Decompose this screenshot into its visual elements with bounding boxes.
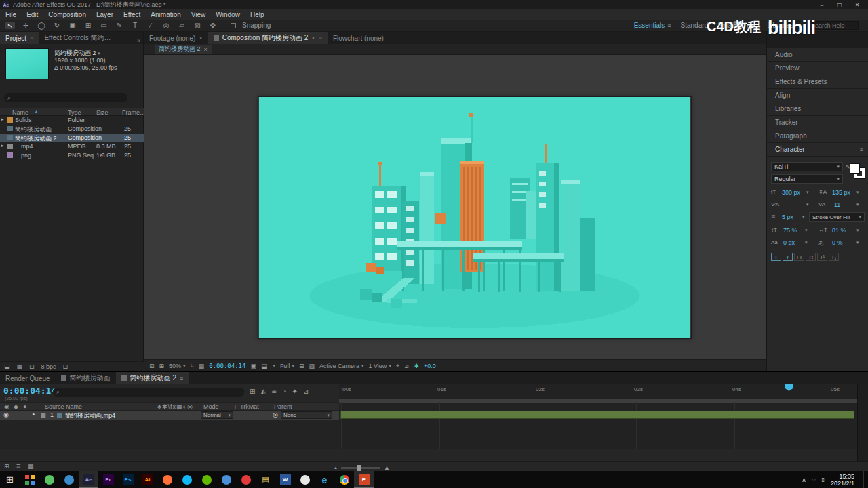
column-source-name[interactable]: Source Name: [45, 403, 82, 410]
taskbar-icon-illustrator[interactable]: Ai: [138, 471, 157, 488]
selection-tool-icon[interactable]: ↖: [5, 22, 15, 29]
taskbar-icon-file-explorer[interactable]: ▤: [256, 471, 275, 488]
rulers-icon[interactable]: ⌗: [191, 362, 194, 369]
fill-color-swatch[interactable]: [850, 163, 860, 174]
column-mode[interactable]: Mode: [203, 403, 219, 410]
menu-file[interactable]: File: [5, 11, 16, 18]
tracking-value[interactable]: -11: [832, 201, 840, 208]
start-button[interactable]: ⊞: [0, 471, 20, 488]
pen-tool-icon[interactable]: ✎: [115, 22, 124, 29]
playhead-line[interactable]: [789, 384, 789, 449]
brush-tool-icon[interactable]: ∕: [146, 22, 155, 29]
resolution-dropdown[interactable]: Full ▾: [280, 363, 294, 369]
toggle-in-out-icon[interactable]: ▦: [28, 463, 34, 470]
layer-mode-dropdown[interactable]: Normal ▾: [201, 411, 233, 419]
current-time-display[interactable]: 0:00:04:14: [3, 386, 56, 396]
menu-edit[interactable]: Edit: [26, 11, 38, 18]
viewer-timecode[interactable]: 0:00:04:14: [209, 363, 245, 369]
chevron-down-icon[interactable]: ▾: [856, 228, 859, 233]
trash-icon[interactable]: ⊟: [63, 363, 68, 370]
column-type[interactable]: Type: [68, 109, 81, 116]
chevron-down-icon[interactable]: ▾: [806, 202, 809, 207]
taskbar-icon-premiere[interactable]: Pr: [98, 471, 118, 488]
motion-blur-icon[interactable]: ✦: [292, 388, 298, 395]
panel-effects-presets[interactable]: Effects & Presets: [767, 75, 868, 88]
menu-composition[interactable]: Composition: [48, 11, 86, 18]
taskbar-icon-powerpoint[interactable]: P: [354, 471, 374, 488]
menu-effect[interactable]: Effect: [123, 11, 140, 18]
snapping-checkbox[interactable]: [231, 23, 236, 28]
work-area-bar[interactable]: [339, 399, 857, 403]
column-t[interactable]: T: [233, 403, 237, 410]
composition-mini-flowchart-icon[interactable]: ⊞: [250, 388, 255, 395]
exposure-value[interactable]: +0.0: [424, 363, 436, 369]
all-caps-button[interactable]: TT: [794, 253, 804, 261]
tab-composition[interactable]: Composition 简约楼房动画 2 × ≡: [208, 32, 328, 44]
leading-value[interactable]: 135 px: [832, 189, 850, 196]
pan-behind-tool-icon[interactable]: ⊞: [83, 22, 93, 29]
frame-blending-icon[interactable]: ◔: [282, 388, 286, 395]
tray-battery-icon[interactable]: ▯: [822, 476, 825, 483]
taskbar-icon-word[interactable]: W: [275, 471, 295, 488]
panel-paragraph[interactable]: Paragraph: [767, 129, 868, 142]
tab-flowchart[interactable]: Flowchart (none): [328, 32, 389, 44]
menu-view[interactable]: View: [191, 11, 206, 18]
taskbar-icon-chrome[interactable]: [334, 471, 354, 488]
interpret-footage-icon[interactable]: ⬓: [4, 363, 10, 370]
table-row-mp4[interactable]: ▸ …mp4 MPEG 8.3 MB 25: [0, 142, 144, 151]
column-parent[interactable]: Parent: [274, 403, 292, 410]
tray-chevron-icon[interactable]: ∧: [802, 476, 806, 483]
menu-animation[interactable]: Animation: [151, 11, 180, 18]
panel-menu-icon[interactable]: ≡: [180, 375, 183, 382]
menu-layer[interactable]: Layer: [96, 11, 113, 18]
stroke-mode-select[interactable]: Stroke Over Fill ▾: [809, 212, 865, 222]
roto-brush-tool-icon[interactable]: ▧: [193, 22, 202, 29]
taskbar-icon-firefox[interactable]: [157, 471, 177, 488]
menu-help[interactable]: Help: [250, 11, 264, 18]
faux-bold-button[interactable]: T: [771, 253, 781, 261]
composition-subtab[interactable]: 简约楼房动画 2 ×: [155, 45, 212, 54]
chevron-down-icon[interactable]: ▾: [856, 190, 859, 195]
vertical-scale-value[interactable]: 75 %: [783, 227, 797, 234]
show-snapshot-icon[interactable]: ⬓: [261, 363, 267, 369]
project-search-input[interactable]: [14, 94, 115, 101]
hand-tool-icon[interactable]: ✛: [21, 22, 31, 29]
tab-footage[interactable]: Footage (none) ×: [144, 32, 208, 44]
tab-project[interactable]: Project ≡: [0, 32, 39, 44]
taskbar-clock[interactable]: 15:35 2021/2/1: [831, 473, 854, 487]
region-of-interest-icon[interactable]: ⊟: [299, 363, 304, 369]
panel-align[interactable]: Align: [767, 89, 868, 102]
chevron-down-icon[interactable]: ▾: [856, 202, 859, 207]
minimize-button[interactable]: –: [814, 2, 830, 8]
close-tab-icon[interactable]: ×: [311, 35, 315, 41]
clone-stamp-tool-icon[interactable]: ◎: [161, 22, 171, 29]
workspace-essentials[interactable]: Essentials: [634, 22, 665, 29]
tray-status-icon[interactable]: ◌: [812, 476, 816, 483]
table-row-png[interactable]: …png PNG Seq…e 1.3 GB 25: [0, 151, 144, 160]
chevron-down-icon[interactable]: ▾: [805, 228, 808, 233]
zoom-in-mountain-icon[interactable]: ▲: [384, 464, 390, 471]
tab-overflow-icon[interactable]: »: [137, 37, 143, 44]
snapshot-icon[interactable]: ▣: [250, 363, 256, 369]
tab-effect-controls[interactable]: Effect Controls 简约楼房动画: [39, 32, 120, 44]
column-size[interactable]: Size: [96, 109, 108, 116]
always-preview-icon[interactable]: ⊡: [149, 363, 155, 369]
zoom-out-mountain-icon[interactable]: ▲: [334, 466, 338, 470]
zoom-slider-handle[interactable]: [357, 465, 361, 471]
tab-timeline-comp2[interactable]: 简约楼房动画 2 ≡: [116, 372, 189, 384]
timeline-navigator-strip[interactable]: [857, 384, 868, 462]
expand-arrow-icon[interactable]: ▸: [1, 117, 4, 122]
camera-dropdown[interactable]: Active Camera ▾: [319, 363, 364, 369]
close-tab-icon[interactable]: ×: [204, 46, 208, 53]
view-layout-dropdown[interactable]: 1 View ▾: [369, 363, 391, 369]
toggle-switches-icon[interactable]: ⊞: [4, 463, 9, 470]
camera-tool-icon[interactable]: ▣: [68, 22, 77, 29]
draft-3d-icon[interactable]: ◭: [260, 388, 266, 395]
panel-character[interactable]: Character ≡: [767, 143, 868, 156]
column-frame[interactable]: Frame…: [122, 109, 146, 116]
panel-preview[interactable]: Preview: [767, 62, 868, 75]
show-desktop-button[interactable]: [863, 471, 865, 488]
parent-pickwhip-icon[interactable]: ◎: [273, 411, 278, 418]
chevron-down-icon[interactable]: ▾: [805, 240, 808, 245]
adjust-exposure-icon[interactable]: ✱: [414, 363, 420, 369]
